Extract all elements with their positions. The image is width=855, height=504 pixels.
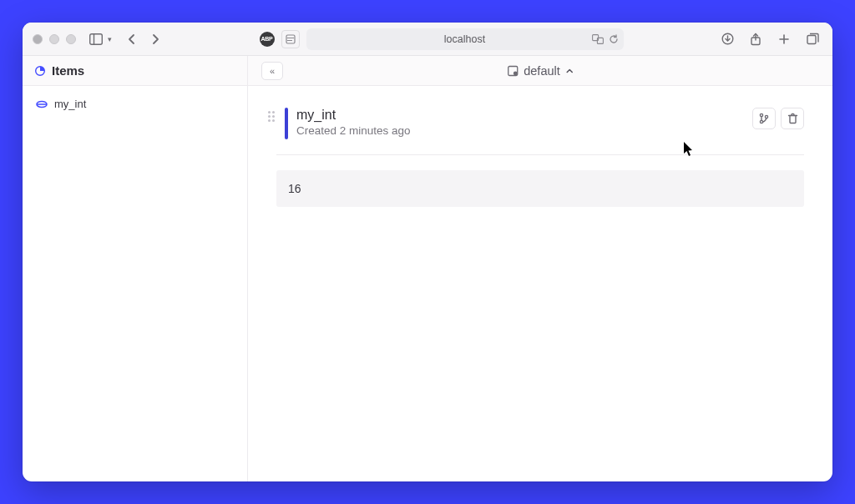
- collapse-glyph: «: [270, 66, 275, 76]
- items-title: Items: [52, 63, 84, 78]
- window-close-dot[interactable]: [33, 34, 43, 44]
- app: Items « default: [23, 56, 832, 481]
- new-tab-icon[interactable]: [774, 29, 794, 49]
- url-bar[interactable]: localhost: [306, 28, 624, 50]
- url-text: localhost: [444, 33, 485, 45]
- translate-icon[interactable]: [592, 34, 604, 44]
- collapse-sidebar-button[interactable]: «: [261, 62, 283, 80]
- share-icon[interactable]: [746, 29, 766, 49]
- browser-window: ▾ ABP localhost: [23, 23, 832, 481]
- app-body: my_int my_int Created 2 minutes ago: [23, 86, 832, 481]
- items-header: Items: [23, 56, 248, 85]
- branch-button[interactable]: [752, 108, 776, 129]
- traffic-lights: [33, 34, 76, 44]
- items-icon: [34, 65, 46, 77]
- svg-point-20: [765, 115, 767, 118]
- window-zoom-dot[interactable]: [66, 34, 76, 44]
- workspace-name: default: [524, 64, 560, 78]
- item-value: 16: [276, 170, 804, 207]
- svg-rect-4: [286, 35, 295, 43]
- sidebar-toggle-icon[interactable]: [86, 29, 106, 49]
- app-topbar: Items « default: [23, 56, 832, 86]
- window-minimize-dot[interactable]: [49, 34, 59, 44]
- svg-point-15: [514, 71, 518, 75]
- back-button[interactable]: [122, 29, 142, 49]
- item-meta: Created 2 minutes ago: [296, 124, 804, 137]
- downloads-icon[interactable]: [717, 29, 737, 49]
- reader-mode-icon[interactable]: [281, 30, 300, 48]
- main-panel: my_int Created 2 minutes ago 16: [248, 86, 832, 481]
- drag-handle-icon[interactable]: [268, 108, 276, 122]
- accent-bar: [285, 108, 288, 139]
- svg-point-18: [760, 113, 762, 116]
- int-type-icon: [36, 98, 48, 110]
- sidebar: my_int: [23, 86, 248, 481]
- item-header: my_int Created 2 minutes ago: [268, 108, 804, 154]
- reload-icon[interactable]: [609, 34, 619, 44]
- workspace-picker[interactable]: default: [507, 64, 574, 78]
- abp-badge[interactable]: ABP: [260, 32, 275, 47]
- workspace-icon: [507, 65, 519, 77]
- sidebar-item-label: my_int: [54, 98, 86, 110]
- tabs-overview-icon[interactable]: [802, 29, 822, 49]
- svg-point-19: [760, 120, 762, 123]
- chevron-down-icon[interactable]: ▾: [108, 35, 112, 43]
- item-title: my_int: [296, 108, 804, 123]
- browser-chrome: ▾ ABP localhost: [23, 23, 832, 56]
- divider: [276, 154, 804, 155]
- svg-rect-0: [90, 33, 103, 44]
- forward-button[interactable]: [145, 29, 165, 49]
- sidebar-item-my-int[interactable]: my_int: [29, 94, 240, 113]
- delete-button[interactable]: [781, 108, 804, 129]
- svg-rect-13: [807, 36, 816, 44]
- chevron-up-icon: [565, 68, 574, 74]
